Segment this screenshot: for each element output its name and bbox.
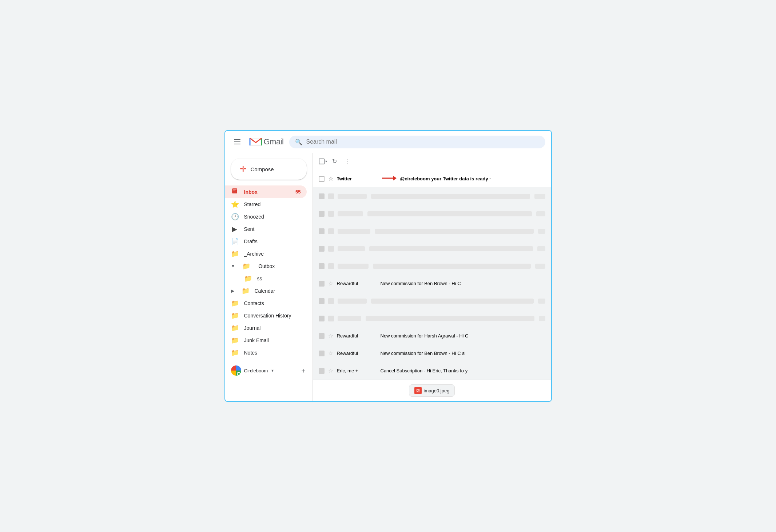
email-row[interactable]: ☆ Rewardful New commission for Ben Brown… xyxy=(313,275,551,292)
attachment-label: image0.jpeg xyxy=(424,388,450,393)
search-input[interactable] xyxy=(306,139,539,145)
sidebar-item-contacts[interactable]: 📁 Contacts xyxy=(225,297,307,309)
sidebar-item-inbox[interactable]: Inbox 55 xyxy=(225,185,307,198)
row-star[interactable]: ☆ xyxy=(328,367,333,374)
row-checkbox[interactable] xyxy=(319,263,325,269)
row-star[interactable]: ☆ xyxy=(328,280,333,287)
email-row[interactable] xyxy=(313,205,551,223)
journal-icon: 📁 xyxy=(231,324,238,332)
row-checkbox[interactable] xyxy=(319,351,325,356)
select-all-checkbox[interactable] xyxy=(319,159,325,164)
blurred-subject xyxy=(371,299,534,304)
email-row[interactable] xyxy=(313,240,551,257)
snoozed-icon: 🕐 xyxy=(231,213,238,221)
sidebar-item-notes[interactable]: 📁 Notes xyxy=(225,347,307,359)
row-star[interactable] xyxy=(328,246,334,252)
sidebar-item-junk-email[interactable]: 📁 Junk Email xyxy=(225,334,307,347)
red-arrow-icon xyxy=(382,175,397,181)
ss-label: ss xyxy=(257,276,301,281)
sidebar-item-snoozed[interactable]: 🕐 Snoozed xyxy=(225,211,307,223)
row-checkbox[interactable] xyxy=(319,298,325,304)
gmail-logo: Gmail xyxy=(249,135,284,148)
blurred-content xyxy=(338,229,545,234)
sidebar-item-outbox[interactable]: 📁 _Outbox xyxy=(236,260,306,272)
row-checkbox[interactable] xyxy=(319,281,325,287)
row-star[interactable]: ☆ xyxy=(328,350,333,357)
row-star[interactable] xyxy=(328,316,334,321)
compose-button[interactable]: ✛ Compose xyxy=(231,159,307,180)
row-checkbox[interactable] xyxy=(319,211,325,217)
sidebar-item-drafts[interactable]: 📄 Drafts xyxy=(225,235,307,248)
row-checkbox[interactable] xyxy=(319,316,325,321)
gmail-window: Gmail 🔍 ✛ Compose Inbox 55 ⭐ xyxy=(224,130,552,402)
contacts-icon: 📁 xyxy=(231,299,238,307)
sidebar: ✛ Compose Inbox 55 ⭐ Starred 🕐 Snoozed xyxy=(225,153,313,401)
email-row[interactable] xyxy=(313,257,551,275)
blurred-meta xyxy=(538,299,545,304)
row-checkbox[interactable] xyxy=(319,246,325,252)
row-checkbox[interactable] xyxy=(319,368,325,374)
inbox-label: Inbox xyxy=(244,189,290,195)
calendar-expand[interactable]: ▶ xyxy=(225,286,236,296)
row-checkbox[interactable] xyxy=(319,333,325,339)
row-checkbox[interactable] xyxy=(319,193,325,199)
sidebar-item-archive[interactable]: 📁 _Archive xyxy=(225,248,307,260)
blurred-sender xyxy=(338,246,365,251)
blurred-sender xyxy=(338,316,361,321)
sidebar-item-ss[interactable]: 📁 ss xyxy=(225,272,307,285)
blurred-content xyxy=(338,299,545,304)
blurred-subject xyxy=(373,264,531,269)
outbox-chevron[interactable]: ▼ xyxy=(225,261,237,271)
add-account-button[interactable]: ＋ xyxy=(300,366,307,375)
sidebar-item-conversation-history[interactable]: 📁 Conversation History xyxy=(225,309,307,322)
email-row[interactable]: ☆ Rewardful New commission for Harsh Agr… xyxy=(313,327,551,345)
select-dropdown-icon[interactable]: ▾ xyxy=(325,159,327,163)
sidebar-item-starred[interactable]: ⭐ Starred xyxy=(225,198,307,211)
refresh-button[interactable]: ↻ xyxy=(330,156,339,167)
more-options-button[interactable]: ⋮ xyxy=(342,156,352,167)
sender-name: Rewardful xyxy=(337,281,377,286)
calendar-row: ▶ 📁 Calendar xyxy=(225,285,307,297)
sent-icon: ▶ xyxy=(231,225,238,233)
blurred-subject xyxy=(369,246,533,251)
attachment-chip[interactable]: 🖼 image0.jpeg xyxy=(409,384,455,397)
email-row[interactable]: ☆ Rewardful New commission for Ben Brown… xyxy=(313,345,551,362)
sidebar-item-calendar[interactable]: 📁 Calendar xyxy=(236,285,307,297)
row-star[interactable] xyxy=(328,298,334,304)
row-star[interactable] xyxy=(328,263,334,269)
blurred-content xyxy=(338,211,545,216)
menu-button[interactable] xyxy=(231,136,243,147)
row-star[interactable] xyxy=(328,211,334,217)
sidebar-item-sent[interactable]: ▶ Sent xyxy=(225,223,307,235)
blurred-sender xyxy=(338,264,369,269)
email-row[interactable] xyxy=(313,292,551,310)
blurred-meta xyxy=(538,229,545,234)
email-row[interactable] xyxy=(313,223,551,240)
row-checkbox[interactable] xyxy=(319,176,325,182)
email-row[interactable] xyxy=(313,310,551,327)
row-star[interactable] xyxy=(328,228,334,234)
account-footer[interactable]: Circleboom ▾ ＋ xyxy=(225,362,313,379)
archive-label: _Archive xyxy=(244,251,301,257)
journal-label: Journal xyxy=(244,325,301,331)
email-subject: New commission for Ben Brown - Hi C xyxy=(381,281,545,286)
row-star[interactable] xyxy=(328,193,334,199)
search-icon: 🔍 xyxy=(295,139,302,145)
blurred-content xyxy=(338,194,545,199)
email-row[interactable]: ☆ Eric, me + Cancel Subscription - Hi Er… xyxy=(313,362,551,380)
notes-icon: 📁 xyxy=(231,349,238,357)
calendar-label: Calendar xyxy=(255,288,301,294)
sidebar-item-journal[interactable]: 📁 Journal xyxy=(225,322,307,334)
select-all-wrap[interactable]: ▾ xyxy=(319,159,327,164)
account-name: Circleboom xyxy=(244,368,268,373)
blurred-content xyxy=(338,264,545,269)
account-dropdown-arrow[interactable]: ▾ xyxy=(271,368,274,373)
row-star[interactable]: ☆ xyxy=(328,332,333,339)
row-star[interactable]: ☆ xyxy=(328,175,333,182)
sender-name: Rewardful xyxy=(337,351,377,356)
row-checkbox[interactable] xyxy=(319,228,325,234)
blurred-meta xyxy=(539,316,545,321)
search-bar[interactable]: 🔍 xyxy=(289,136,545,148)
email-row[interactable]: ☆ Twitter @circleboom your Twitter data … xyxy=(313,170,551,188)
email-row[interactable] xyxy=(313,188,551,205)
